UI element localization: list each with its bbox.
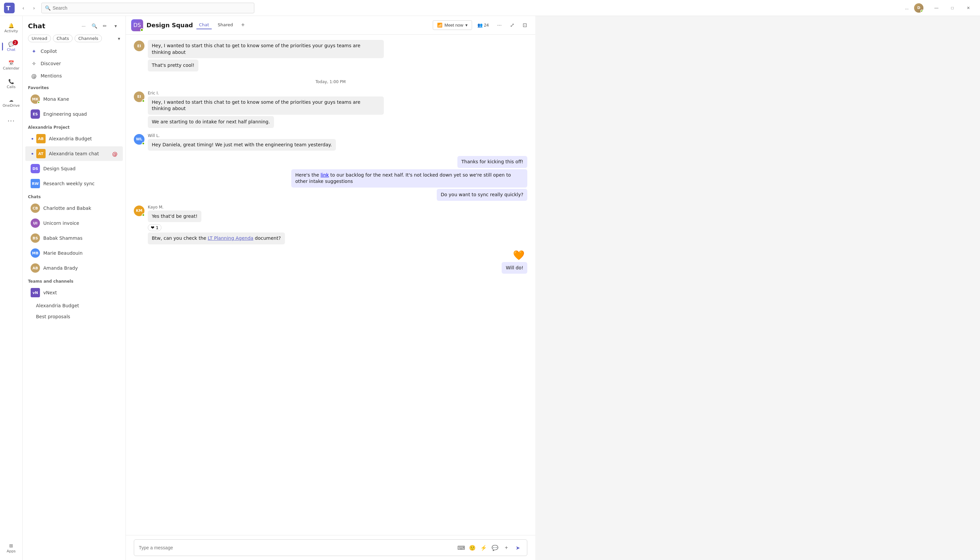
onedrive-label: OneDrive: [3, 103, 20, 108]
list-item-design-squad[interactable]: DS Design Squad: [25, 161, 123, 176]
sidebar-item-more[interactable]: ···: [2, 112, 21, 130]
participants-count: 24: [484, 23, 489, 28]
list-item-engineering-squad[interactable]: ES Engineering squad: [25, 107, 123, 122]
calls-icon: 📞: [8, 79, 14, 84]
list-item-unicorn-invoice[interactable]: UI Unicorn invoice: [25, 216, 123, 230]
icon-sidebar: 🔔 Activity 💬 2 Chat 📅 Calendar 📞 Calls ☁…: [0, 16, 23, 560]
minimize-button[interactable]: —: [929, 3, 944, 13]
unicorn-invoice-avatar: UI: [31, 218, 40, 228]
alexandria-team-chat-avatar: AT: [36, 149, 45, 158]
filter-unread[interactable]: Unread: [28, 35, 51, 42]
calendar-label: Calendar: [3, 66, 19, 70]
best-proposals-name: Best proposals: [36, 314, 117, 319]
chat-compose-button[interactable]: ✏: [100, 21, 110, 31]
tab-shared[interactable]: Shared: [215, 21, 236, 29]
list-item-alexandria-budget[interactable]: • AB Alexandria Budget: [25, 132, 123, 146]
discover-label: Discover: [41, 61, 61, 66]
will-sender-name: Will L.: [148, 133, 336, 138]
sticker-button[interactable]: 💬: [490, 543, 500, 552]
chat-more-button[interactable]: ···: [79, 21, 88, 31]
list-item-alexandria-budget-ch[interactable]: Alexandria Budget: [25, 300, 123, 311]
list-item-charlotte-babak[interactable]: CB Charlotte and Babak: [25, 201, 123, 215]
activity-icon: 🔔: [8, 23, 14, 28]
maximize-button[interactable]: □: [945, 3, 960, 13]
calls-label: Calls: [7, 85, 15, 89]
babak-shammas-name: Babak Shammas: [43, 235, 117, 241]
more-options-button[interactable]: ...: [902, 3, 911, 13]
meet-now-label: Meet now: [445, 23, 463, 28]
meet-chevron-icon: ▾: [465, 23, 468, 28]
research-weekly-name: Research weekly sync: [43, 181, 117, 186]
sidebar-item-onedrive[interactable]: ☁ OneDrive: [2, 93, 21, 112]
main-content: DS Design Squad Chat Shared + 📶 Meet now…: [126, 16, 535, 560]
calendar-icon: 📅: [8, 60, 14, 65]
list-item-research-weekly[interactable]: RW Research weekly sync: [25, 176, 123, 191]
list-item-marie-beaudouin[interactable]: MB Marie Beaudouin: [25, 246, 123, 260]
list-item-vnext[interactable]: vN vNext: [25, 285, 123, 300]
filter-chevron-icon[interactable]: ▾: [118, 36, 120, 41]
filter-chats[interactable]: Chats: [53, 35, 73, 42]
kayo-avatar: KM: [134, 205, 144, 216]
list-item-alexandria-team-chat[interactable]: • AT Alexandria team chat @: [25, 146, 123, 161]
design-squad-avatar: DS: [31, 164, 40, 173]
titlebar: T ‹ › 🔍 ... D — □ ✕: [0, 0, 980, 16]
forward-button[interactable]: ›: [29, 3, 38, 13]
chat-panel-title: Chat: [28, 22, 45, 30]
tab-chat[interactable]: Chat: [196, 21, 212, 29]
message-input-area: ⌨ 🙂 ⚡ 💬 + ➤: [126, 535, 535, 560]
sidebar-item-apps[interactable]: ⊞ Apps: [2, 539, 21, 557]
messages-area: EI Hey, I wanted to start this chat to g…: [126, 35, 535, 535]
list-item-best-proposals[interactable]: Best proposals: [25, 311, 123, 322]
nav-discover[interactable]: ✧ Discover: [25, 58, 123, 70]
user-avatar[interactable]: D: [914, 3, 923, 13]
search-input[interactable]: [53, 5, 251, 11]
back-button[interactable]: ‹: [18, 3, 28, 13]
attach-button[interactable]: +: [502, 543, 511, 552]
list-item-mona-kane[interactable]: MK Mona Kane: [25, 92, 123, 107]
own-bubble-1: Thanks for kicking this off!: [457, 156, 527, 168]
amanda-brady-name: Amanda Brady: [43, 265, 117, 271]
add-tab-button[interactable]: +: [239, 21, 247, 29]
close-button[interactable]: ✕: [961, 3, 976, 13]
chat-more-options-button[interactable]: ···: [494, 20, 505, 31]
charlotte-babak-avatar: CB: [31, 203, 40, 213]
copilot-icon: ✦: [31, 48, 37, 55]
message-group-eric: EI Eric I. Hey, I wanted to start this c…: [134, 91, 527, 129]
marie-beaudouin-name: Marie Beaudouin: [43, 250, 117, 256]
chat-search-button[interactable]: 🔍: [90, 21, 99, 31]
eric-sender-name: Eric I.: [148, 91, 384, 95]
filter-channels[interactable]: Channels: [75, 35, 102, 42]
backlog-link[interactable]: link: [321, 172, 329, 178]
chat-expand-icon-button[interactable]: ⤢: [507, 20, 517, 31]
chat-expand-button[interactable]: ▾: [111, 21, 120, 31]
nav-mentions[interactable]: @ Mentions: [25, 70, 123, 82]
format-button[interactable]: ⌨: [457, 543, 466, 552]
search-bar[interactable]: 🔍: [41, 3, 254, 13]
more-icon: ···: [7, 117, 15, 125]
alexandria-budget-avatar: AB: [36, 134, 45, 143]
send-button[interactable]: ➤: [513, 543, 522, 552]
sidebar-item-calls[interactable]: 📞 Calls: [2, 75, 21, 93]
nav-copilot[interactable]: ✦ Copilot: [25, 45, 123, 57]
design-squad-name: Design Squad: [43, 166, 117, 171]
meet-now-button[interactable]: 📶 Meet now ▾: [433, 20, 472, 30]
input-actions: ⌨ 🙂 ⚡ 💬 + ➤: [457, 543, 522, 552]
participants-button[interactable]: 👥 24: [474, 21, 492, 30]
research-weekly-avatar: RW: [31, 179, 40, 188]
app-logo: T: [4, 3, 15, 13]
sidebar-item-chat[interactable]: 💬 2 Chat: [2, 37, 21, 56]
reaction-heart[interactable]: ❤️ 1: [148, 224, 161, 231]
chat-popout-button[interactable]: ⊡: [519, 20, 530, 31]
list-item-babak-shammas[interactable]: BS Babak Shammas: [25, 231, 123, 245]
emoji-button[interactable]: 🙂: [468, 543, 477, 552]
message-input[interactable]: [139, 545, 454, 550]
chat-title: Design Squad: [147, 22, 193, 28]
own-bubble-3: Do you want to sync really quickly?: [437, 189, 527, 201]
sidebar-item-activity[interactable]: 🔔 Activity: [2, 18, 21, 37]
copilot-label: Copilot: [41, 48, 57, 54]
list-item-amanda-brady[interactable]: AB Amanda Brady: [25, 261, 123, 275]
gif-button[interactable]: ⚡: [479, 543, 488, 552]
search-icon: 🔍: [45, 5, 50, 11]
sidebar-item-calendar[interactable]: 📅 Calendar: [2, 56, 21, 75]
lt-planning-link[interactable]: LT Planning Agenda: [208, 235, 253, 241]
